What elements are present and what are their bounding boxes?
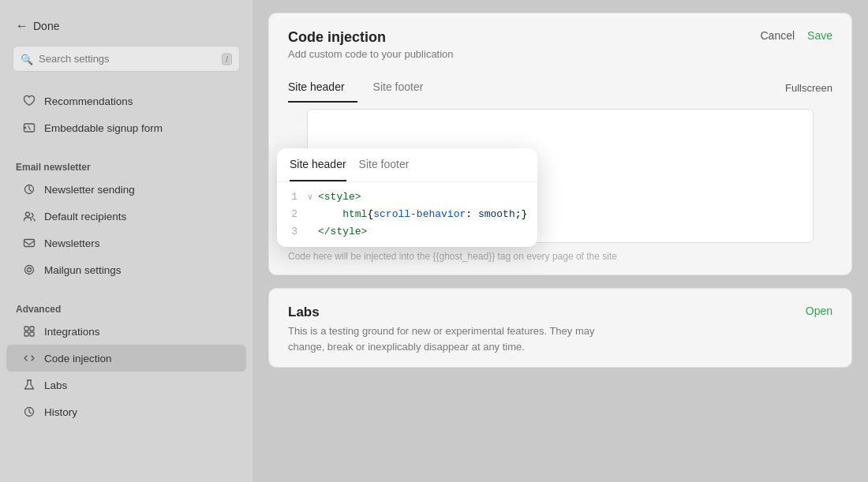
sidebar-item-integrations[interactable]: Integrations	[6, 318, 246, 345]
sidebar-item-default-recipients[interactable]: Default recipients	[6, 203, 246, 230]
code-injection-card: Code injection Add custom code to your p…	[268, 13, 852, 275]
modal-tabs-bar: Site header Site footer	[277, 148, 537, 182]
main-content: Code injection Add custom code to your p…	[253, 0, 868, 482]
grid-icon	[22, 324, 36, 338]
card-content-wrapper: Site header Site footer 1 ∨ <style> 2	[269, 73, 851, 275]
done-button[interactable]: ← Done	[0, 13, 253, 46]
back-arrow-icon: ←	[16, 19, 28, 33]
sidebar-section-email-newsletter: Email newsletter Newsletter sending Defa…	[0, 157, 253, 283]
svg-point-4	[25, 266, 34, 275]
sidebar-item-mailgun-settings[interactable]: Mailgun settings	[6, 256, 246, 283]
labs-card: Labs This is a testing ground for new or…	[268, 288, 852, 368]
target-icon	[22, 263, 36, 277]
sidebar-item-code-injection[interactable]: Code injection	[6, 345, 246, 372]
sidebar-item-history[interactable]: History	[6, 398, 246, 425]
sidebar: ← Done 🔍 / Recommendations Emb	[0, 0, 253, 482]
cancel-button[interactable]: Cancel	[760, 29, 795, 42]
code-hint: Code here will be injected into the {{gh…	[269, 243, 851, 275]
svg-rect-3	[24, 240, 35, 247]
sidebar-item-label: Mailgun settings	[44, 264, 122, 276]
tab-site-header-main[interactable]: Site header	[288, 73, 357, 103]
sidebar-item-recommendations[interactable]: Recommendations	[6, 88, 246, 114]
card-header: Code injection Add custom code to your p…	[269, 13, 851, 73]
labs-card-actions: Open	[806, 305, 832, 317]
tabs-list: Site header Site footer	[290, 148, 421, 181]
tab-site-footer[interactable]: Site footer	[359, 148, 410, 181]
recipients-icon	[22, 209, 36, 223]
sidebar-section-general: Recommendations Embeddable signup form	[0, 88, 253, 141]
line-number: 3	[277, 223, 305, 241]
tabs-list-main: Site header Site footer	[288, 73, 451, 103]
labs-card-header: Labs This is a testing ground for new or…	[269, 289, 851, 367]
labs-title: Labs	[288, 305, 619, 320]
flask-icon	[22, 378, 36, 392]
svg-rect-7	[30, 327, 34, 331]
svg-point-5	[28, 268, 32, 272]
card-actions: Cancel Save	[760, 29, 832, 42]
main-tabs-bar: Site header Site footer Fullscreen	[288, 73, 832, 103]
search-icon: 🔍	[21, 53, 33, 65]
sidebar-item-newsletter-sending[interactable]: Newsletter sending	[6, 176, 246, 203]
code-icon	[22, 351, 36, 365]
sidebar-item-label: Newsletters	[44, 237, 100, 249]
tab-label: Site header	[290, 158, 346, 170]
code-line-1: 1 ∨ <style>	[277, 189, 537, 206]
sidebar-item-label: Newsletter sending	[44, 184, 135, 196]
section-title-advanced: Advanced	[0, 299, 253, 318]
fold-icon: ∨	[305, 189, 315, 206]
svg-point-2	[26, 212, 30, 216]
sidebar-item-label: Recommendations	[44, 95, 133, 107]
line-content: html{scroll-behavior: smooth;}	[315, 206, 537, 223]
sidebar-item-label: Integrations	[44, 326, 100, 338]
code-modal: Site header Site footer 1 ∨ <style> 2	[277, 148, 537, 247]
line-content: </style>	[315, 223, 537, 241]
search-input[interactable]	[13, 46, 240, 72]
svg-rect-6	[24, 327, 28, 331]
svg-rect-8	[24, 332, 28, 336]
sidebar-item-label: Default recipients	[44, 211, 126, 222]
save-button[interactable]: Save	[807, 29, 832, 42]
sidebar-section-advanced: Advanced Integrations Code injection	[0, 299, 253, 425]
svg-rect-9	[30, 332, 34, 336]
code-line-2: 2 html{scroll-behavior: smooth;}	[277, 206, 537, 223]
sidebar-item-label: History	[44, 406, 77, 418]
line-number: 2	[277, 206, 305, 223]
sidebar-item-label: Labs	[44, 379, 67, 391]
card-subtitle: Add custom code to your publication	[288, 48, 454, 60]
fullscreen-button[interactable]: Fullscreen	[785, 82, 832, 94]
card-title-block: Code injection Add custom code to your p…	[288, 29, 454, 60]
line-content: <style>	[315, 189, 537, 206]
sidebar-item-labs[interactable]: Labs	[6, 372, 246, 398]
keyboard-shortcut-hint: /	[222, 53, 232, 65]
section-title-email: Email newsletter	[0, 157, 253, 176]
sidebar-item-newsletters[interactable]: Newsletters	[6, 230, 246, 256]
sidebar-item-label: Code injection	[44, 353, 112, 364]
tab-label: Site footer	[359, 158, 410, 170]
sidebar-item-label: Embeddable signup form	[44, 122, 163, 134]
tab-site-footer-main[interactable]: Site footer	[373, 73, 436, 103]
sidebar-item-embeddable-signup[interactable]: Embeddable signup form	[6, 114, 246, 141]
labs-description: This is a testing ground for new or expe…	[288, 323, 619, 354]
tab-label: Site footer	[373, 80, 424, 93]
code-line-3: 3 </style>	[277, 223, 537, 241]
labs-open-button[interactable]: Open	[806, 305, 832, 317]
heart-icon	[22, 94, 36, 108]
search-box: 🔍 /	[13, 46, 240, 72]
tab-label: Site header	[288, 80, 345, 93]
mail-icon	[22, 236, 36, 250]
clock-icon	[22, 405, 36, 419]
line-number: 1	[277, 189, 305, 206]
newsletter-icon	[22, 182, 36, 196]
tab-site-header[interactable]: Site header	[290, 148, 346, 181]
card-title: Code injection	[288, 29, 454, 46]
embed-icon	[22, 121, 36, 135]
code-editor-preview: 1 ∨ <style> 2 html{scroll-behavior: smoo…	[277, 182, 537, 247]
labs-card-title-block: Labs This is a testing ground for new or…	[288, 305, 619, 354]
done-label: Done	[33, 20, 59, 32]
